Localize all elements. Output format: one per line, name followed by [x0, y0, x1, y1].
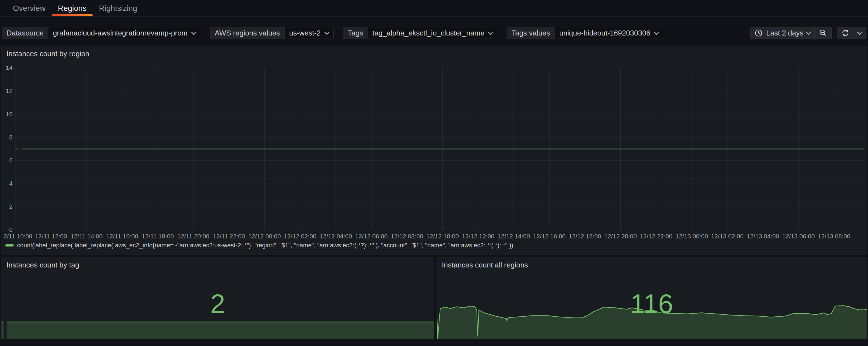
filter-aws-regions-values: AWS regions valuesus-west-2 [210, 27, 334, 39]
chevron-down-icon [857, 30, 862, 35]
refresh-interval-dropdown[interactable] [854, 27, 866, 39]
filter-value-text: tag_alpha_eksctl_io_cluster_name [372, 29, 484, 37]
y-axis-tick: 4 [9, 180, 12, 187]
x-axis-tick: 12/11 14:00 [70, 233, 103, 240]
x-axis-tick: 12/12 08:00 [391, 233, 423, 240]
stat-value: 2 [1, 290, 434, 317]
x-axis-tick: 12/12 02:00 [284, 233, 316, 240]
x-axis-tick: 12/12 06:00 [355, 233, 388, 240]
x-axis-tick: 12/13 00:00 [676, 233, 708, 240]
y-axis-tick: 10 [6, 111, 12, 118]
tab-regions[interactable]: Regions [52, 0, 93, 16]
y-axis: 02468101214 [1, 68, 12, 230]
time-range-label: Last 2 days [766, 29, 803, 37]
panel-title[interactable]: Instances count by region [6, 49, 89, 58]
zoom-out-icon [818, 29, 828, 37]
refresh-group [837, 27, 866, 39]
series-color-swatch [5, 244, 14, 246]
y-axis-tick: 12 [6, 88, 12, 95]
panel-instances-count-all-regions: Instances count all regions 116 [436, 257, 867, 339]
x-axis-tick: 12/12 18:00 [568, 233, 601, 240]
filter-value-dropdown[interactable]: us-west-2 [284, 27, 334, 39]
y-axis-tick: 14 [6, 64, 12, 72]
filter-label: Datasource [2, 27, 48, 39]
dashboard-tab-bar: OverviewRegionsRightsizing [0, 0, 868, 17]
time-series-plot[interactable] [16, 68, 864, 230]
y-axis-tick: 6 [9, 157, 12, 164]
x-axis-tick: 12/12 12:00 [462, 233, 494, 240]
filter-value-dropdown[interactable]: grafanacloud-awsintegrationrevamp-prom [48, 27, 200, 39]
x-axis-tick: 2/11 10:00 [4, 233, 32, 240]
filter-label: Tags [343, 27, 368, 39]
y-axis-tick: 2 [9, 203, 12, 210]
panel-title[interactable]: Instances count by tag [6, 261, 79, 269]
x-axis-tick: 12/11 18:00 [142, 233, 174, 240]
refresh-button[interactable] [837, 27, 854, 39]
template-variable-filters: Datasourcegrafanacloud-awsintegrationrev… [2, 27, 663, 39]
filter-value-dropdown[interactable]: tag_alpha_eksctl_io_cluster_name [368, 27, 497, 39]
chevron-down-icon [191, 30, 196, 35]
clock-icon [754, 29, 763, 37]
chevron-down-icon [806, 30, 811, 35]
filter-label: AWS regions values [210, 27, 284, 39]
panel-instances-count-by-region: Instances count by region 02468101214 2/… [1, 46, 867, 255]
sparkline [1, 321, 434, 339]
x-axis-tick: 12/11 16:00 [106, 233, 138, 240]
filter-value-text: grafanacloud-awsintegrationrevamp-prom [53, 29, 187, 37]
x-axis-tick: 12/12 22:00 [640, 233, 673, 240]
tab-overview[interactable]: Overview [7, 0, 52, 16]
filter-value-text: unique-hideout-1692030306 [559, 29, 650, 37]
filter-tags-values: Tags valuesunique-hideout-1692030306 [507, 27, 663, 39]
chevron-down-icon [654, 30, 659, 35]
x-axis-tick: 12/12 00:00 [248, 233, 281, 240]
time-range-group: Last 2 days [750, 27, 832, 39]
x-axis-tick: 12/12 10:00 [426, 233, 459, 240]
x-axis-tick: 12/13 04:00 [747, 233, 779, 240]
panel-title[interactable]: Instances count all regions [442, 261, 528, 269]
filter-tags: Tagstag_alpha_eksctl_io_cluster_name [343, 27, 497, 39]
filter-label: Tags values [507, 27, 554, 39]
x-axis-tick: 12/12 20:00 [604, 233, 637, 240]
tab-rightsizing[interactable]: Rightsizing [93, 0, 143, 16]
grafana-dashboard: { "colors": { "page_bg": "#111217", "pan… [0, 0, 868, 346]
x-axis-tick: 12/11 22:00 [213, 233, 245, 240]
x-axis-tick: 12/13 06:00 [782, 233, 815, 240]
panel-instances-count-by-tag: Instances count by tag 2 [1, 257, 434, 339]
legend-label: count(label_replace( label_replace( aws_… [17, 242, 513, 249]
zoom-out-button[interactable] [814, 27, 831, 39]
x-axis-tick: 12/11 20:00 [177, 233, 210, 240]
filter-value-dropdown[interactable]: unique-hideout-1692030306 [555, 27, 663, 39]
x-axis-tick: 12/12 16:00 [533, 233, 565, 240]
filter-value-text: us-west-2 [289, 29, 321, 37]
x-axis-tick: 12/13 08:00 [818, 233, 850, 240]
x-axis-tick: 12/13 02:00 [711, 233, 743, 240]
sparkline [437, 304, 867, 339]
x-axis-tick: 12/11 12:00 [35, 233, 67, 240]
legend-item[interactable]: count(label_replace( label_replace( aws_… [5, 242, 513, 249]
chevron-down-icon [324, 30, 329, 35]
chevron-down-icon [488, 30, 493, 35]
time-range-picker-button[interactable]: Last 2 days [750, 27, 814, 39]
refresh-icon [841, 29, 850, 37]
x-axis: 2/11 10:0012/11 12:0012/11 14:0012/11 16… [16, 233, 864, 241]
filter-bar: Datasourcegrafanacloud-awsintegrationrev… [2, 27, 866, 39]
x-axis-tick: 12/12 04:00 [319, 233, 352, 240]
time-toolbar: Last 2 days [750, 27, 866, 39]
filter-datasource: Datasourcegrafanacloud-awsintegrationrev… [2, 27, 200, 39]
y-axis-tick: 8 [9, 134, 12, 141]
x-axis-tick: 12/12 14:00 [498, 233, 530, 240]
